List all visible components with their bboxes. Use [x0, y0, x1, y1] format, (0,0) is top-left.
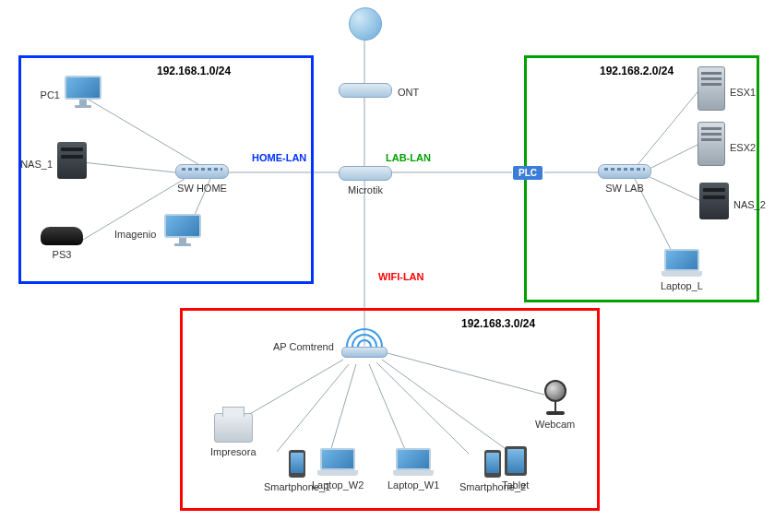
wifi-subnet-label: 192.168.3.0/24 [461, 317, 535, 330]
home-link-label: HOME-LAN [252, 152, 306, 163]
wifi-lan-zone [180, 308, 600, 511]
network-diagram: 192.168.1.0/24 192.168.2.0/24 192.168.3.… [0, 0, 775, 532]
router-icon [339, 166, 392, 181]
internet-node [349, 7, 382, 41]
ont-label: ONT [398, 87, 419, 98]
plc-node: PLC [513, 166, 542, 180]
lab-subnet-label: 192.168.2.0/24 [600, 65, 674, 77]
core-router-node: Microtik [339, 166, 392, 195]
globe-icon [349, 7, 382, 41]
ont-icon [339, 83, 392, 98]
wifi-link-label: WIFI-LAN [378, 271, 423, 282]
home-subnet-label: 192.168.1.0/24 [157, 65, 231, 77]
home-lan-zone [18, 55, 314, 284]
core-router-label: Microtik [348, 184, 383, 195]
ont-node: ONT [339, 83, 392, 98]
lab-lan-zone [524, 55, 759, 302]
lab-link-label: LAB-LAN [386, 152, 431, 163]
